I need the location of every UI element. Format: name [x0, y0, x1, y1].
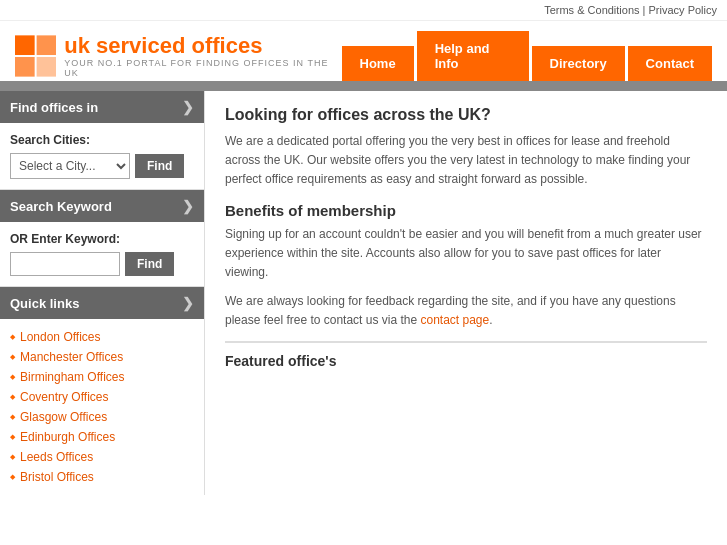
- logo-title: uk serviced offices: [64, 34, 341, 58]
- find-offices-body: Search Cities: Select a City... London M…: [0, 123, 204, 190]
- logo-area: uk serviced offices YOUR NO.1 PORTAL FOR…: [15, 34, 342, 78]
- benefits-para1: Signing up for an account couldn't be ea…: [225, 225, 707, 283]
- link-manchester[interactable]: Manchester Offices: [20, 350, 123, 364]
- find-offices-title: Find offices in: [10, 100, 98, 115]
- terms-link[interactable]: Terms & Conditions: [544, 4, 639, 16]
- header: uk serviced offices YOUR NO.1 PORTAL FOR…: [0, 21, 727, 81]
- search-keyword-body: OR Enter Keyword: Find: [0, 222, 204, 287]
- sidebar: Find offices in ❯ Search Cities: Select …: [0, 91, 205, 495]
- link-edinburgh[interactable]: Edinburgh Offices: [20, 430, 115, 444]
- benefits-para2: We are always looking for feedback regar…: [225, 292, 707, 330]
- main-heading: Looking for offices across the UK?: [225, 106, 707, 124]
- search-keyword-section-header[interactable]: Search Keyword ❯: [0, 190, 204, 222]
- list-item: Coventry Offices: [5, 387, 199, 407]
- list-item: London Offices: [5, 327, 199, 347]
- list-item: Birmingham Offices: [5, 367, 199, 387]
- list-item: Leeds Offices: [5, 447, 199, 467]
- nav-help[interactable]: Help and Info: [417, 31, 529, 81]
- featured-heading: Featured office's: [225, 353, 707, 369]
- nav-contact[interactable]: Contact: [628, 46, 712, 81]
- city-select-row: Select a City... London Manchester Birmi…: [10, 153, 194, 179]
- nav-directory[interactable]: Directory: [532, 46, 625, 81]
- quick-links-list: London Offices Manchester Offices Birmin…: [0, 319, 204, 495]
- keyword-find-button[interactable]: Find: [125, 252, 174, 276]
- find-offices-section-header[interactable]: Find offices in ❯: [0, 91, 204, 123]
- cities-label: Search Cities:: [10, 133, 194, 147]
- main-layout: Find offices in ❯ Search Cities: Select …: [0, 91, 727, 495]
- featured-section: Featured office's: [225, 341, 707, 369]
- logo-rest: serviced offices: [90, 33, 262, 58]
- benefits-heading: Benefits of membership: [225, 202, 707, 219]
- logo-text-area: uk serviced offices YOUR NO.1 PORTAL FOR…: [64, 34, 341, 78]
- benefits-para2-end: .: [489, 313, 492, 327]
- list-item: Bristol Offices: [5, 467, 199, 487]
- city-select[interactable]: Select a City... London Manchester Birmi…: [10, 153, 130, 179]
- list-item: Glasgow Offices: [5, 407, 199, 427]
- main-para1: We are a dedicated portal offering you t…: [225, 132, 707, 190]
- keyword-label: OR Enter Keyword:: [10, 232, 194, 246]
- svg-rect-3: [37, 57, 57, 77]
- keyword-input-row: Find: [10, 252, 194, 276]
- gray-strip: [0, 81, 727, 91]
- list-item: Edinburgh Offices: [5, 427, 199, 447]
- content-area: Looking for offices across the UK? We ar…: [205, 91, 727, 495]
- logo-icon: [15, 35, 56, 77]
- logo-brand: uk: [64, 33, 90, 58]
- quick-links-title: Quick links: [10, 296, 79, 311]
- list-item: Manchester Offices: [5, 347, 199, 367]
- svg-rect-1: [37, 35, 57, 55]
- search-keyword-title: Search Keyword: [10, 199, 112, 214]
- link-glasgow[interactable]: Glasgow Offices: [20, 410, 107, 424]
- privacy-link[interactable]: Privacy Policy: [649, 4, 717, 16]
- logo-subtitle: YOUR NO.1 PORTAL FOR FINDING OFFICES IN …: [64, 58, 341, 78]
- svg-rect-0: [15, 35, 35, 55]
- top-bar: Terms & Conditions | Privacy Policy: [0, 0, 727, 21]
- link-london[interactable]: London Offices: [20, 330, 101, 344]
- city-find-button[interactable]: Find: [135, 154, 184, 178]
- quick-links-section-header[interactable]: Quick links ❯: [0, 287, 204, 319]
- quick-links-chevron: ❯: [182, 295, 194, 311]
- link-coventry[interactable]: Coventry Offices: [20, 390, 108, 404]
- search-keyword-chevron: ❯: [182, 198, 194, 214]
- find-offices-chevron: ❯: [182, 99, 194, 115]
- link-leeds[interactable]: Leeds Offices: [20, 450, 93, 464]
- svg-rect-2: [15, 57, 35, 77]
- link-bristol[interactable]: Bristol Offices: [20, 470, 94, 484]
- link-birmingham[interactable]: Birmingham Offices: [20, 370, 124, 384]
- main-nav: Home Help and Info Directory Contact: [342, 31, 712, 81]
- contact-page-link[interactable]: contact page: [420, 313, 489, 327]
- nav-home[interactable]: Home: [342, 46, 414, 81]
- keyword-input[interactable]: [10, 252, 120, 276]
